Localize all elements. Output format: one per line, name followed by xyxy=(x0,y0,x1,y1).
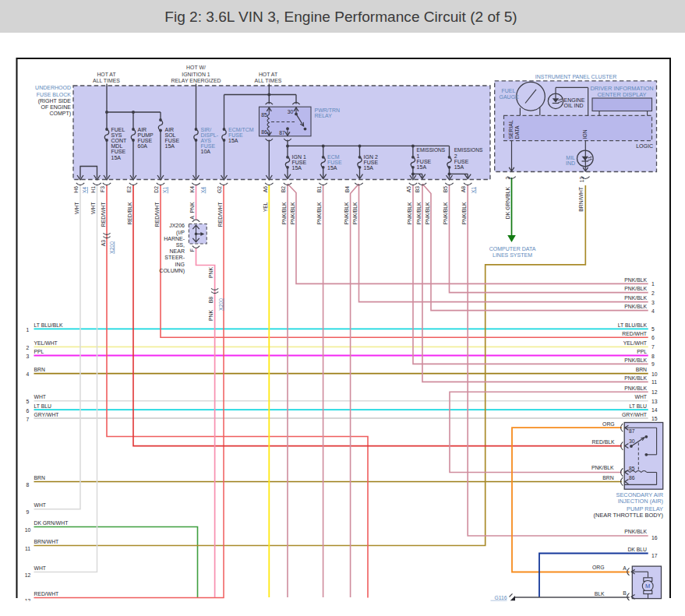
svg-text:12: 12 xyxy=(651,389,658,395)
svg-text:HARNE-: HARNE- xyxy=(164,236,185,241)
svg-text:4: 4 xyxy=(26,371,30,377)
svg-text:86: 86 xyxy=(261,129,267,135)
svg-text:BRN: BRN xyxy=(34,475,45,480)
svg-text:ENGINE: ENGINE xyxy=(564,97,585,103)
svg-text:DK GRN/WHT: DK GRN/WHT xyxy=(34,520,69,526)
svg-text:D2: D2 xyxy=(154,186,159,193)
svg-text:LINES SYSTEM: LINES SYSTEM xyxy=(493,252,532,258)
svg-text:FUSE: FUSE xyxy=(165,138,180,143)
svg-text:FUSE: FUSE xyxy=(417,159,432,164)
svg-text:H1: H1 xyxy=(90,186,96,193)
svg-text:A PNK: A PNK xyxy=(189,202,195,220)
svg-text:PNK/BLK: PNK/BLK xyxy=(425,202,430,224)
svg-text:RED/BLK: RED/BLK xyxy=(592,439,616,445)
svg-text:PNK/BLK: PNK/BLK xyxy=(624,385,647,391)
svg-text:FUEL: FUEL xyxy=(111,127,125,132)
svg-text:14: 14 xyxy=(651,407,658,413)
svg-text:10: 10 xyxy=(651,371,658,377)
svg-text:INSTRUMENT PANEL CLUSTER: INSTRUMENT PANEL CLUSTER xyxy=(535,74,617,79)
svg-text:11: 11 xyxy=(25,546,30,551)
svg-text:15A: 15A xyxy=(292,165,302,171)
svg-text:WHT: WHT xyxy=(34,394,46,400)
svg-text:87: 87 xyxy=(629,428,635,434)
svg-text:8: 8 xyxy=(26,482,30,488)
svg-text:HOT AT: HOT AT xyxy=(259,72,278,77)
svg-text:LT BLU: LT BLU xyxy=(630,403,648,409)
svg-text:FUSE: FUSE xyxy=(111,149,126,154)
svg-text:RED/WHT: RED/WHT xyxy=(622,331,647,336)
svg-text:B: B xyxy=(623,590,627,596)
svg-text:ECM: ECM xyxy=(327,154,340,160)
svg-text:6: 6 xyxy=(26,408,30,414)
svg-text:PUMP: PUMP xyxy=(138,132,154,138)
svg-text:ORG: ORG xyxy=(592,565,604,570)
svg-text:IGN 2: IGN 2 xyxy=(364,154,378,160)
svg-text:B5: B5 xyxy=(443,186,448,193)
svg-text:10A: 10A xyxy=(201,149,211,154)
svg-text:B3: B3 xyxy=(415,186,420,193)
svg-text:K4: K4 xyxy=(189,186,195,193)
svg-text:SOL: SOL xyxy=(165,132,176,138)
svg-text:PNK/BLK: PNK/BLK xyxy=(624,286,647,291)
svg-text:1: 1 xyxy=(651,281,655,287)
svg-text:7: 7 xyxy=(26,417,30,422)
svg-text:RED/WHT: RED/WHT xyxy=(154,202,160,227)
svg-text:G116: G116 xyxy=(494,595,507,600)
svg-text:PNK/BLK: PNK/BLK xyxy=(461,202,467,224)
svg-text:15A: 15A xyxy=(111,155,122,160)
svg-text:BRN: BRN xyxy=(34,367,45,372)
svg-text:OF ENGINE: OF ENGINE xyxy=(41,104,71,110)
svg-text:X4: X4 xyxy=(82,187,87,194)
svg-text:FUSE: FUSE xyxy=(292,160,307,165)
svg-text:5: 5 xyxy=(651,326,655,332)
svg-text:60A: 60A xyxy=(138,143,148,149)
svg-text:2: 2 xyxy=(651,290,655,296)
svg-text:3: 3 xyxy=(651,300,655,305)
svg-text:(RIGHT SIDE: (RIGHT SIDE xyxy=(38,98,72,104)
svg-text:X200: X200 xyxy=(218,298,224,311)
svg-text:B8: B8 xyxy=(208,297,214,304)
svg-text:13: 13 xyxy=(651,399,658,404)
svg-text:PNK/BLK: PNK/BLK xyxy=(624,529,647,534)
svg-text:FUSE: FUSE xyxy=(201,143,216,149)
svg-text:DK GRN/BLK: DK GRN/BLK xyxy=(505,187,510,220)
svg-text:YEL: YEL xyxy=(263,202,268,212)
svg-text:IND: IND xyxy=(566,160,575,166)
svg-text:PNK/BLK: PNK/BLK xyxy=(416,202,422,224)
svg-text:17: 17 xyxy=(651,553,658,558)
svg-text:M: M xyxy=(645,583,650,590)
svg-text:SIR/: SIR/ xyxy=(201,127,212,132)
svg-text:15A: 15A xyxy=(417,164,427,170)
svg-text:15A: 15A xyxy=(454,164,464,170)
svg-text:9: 9 xyxy=(651,361,655,367)
svg-text:A5: A5 xyxy=(406,186,411,193)
svg-text:15A: 15A xyxy=(165,143,175,149)
svg-text:YEL/WHT: YEL/WHT xyxy=(623,340,647,346)
svg-text:85: 85 xyxy=(261,112,267,118)
svg-text:RELAY ENERGIZED: RELAY ENERGIZED xyxy=(171,78,221,83)
svg-text:ING: ING xyxy=(175,262,185,267)
svg-text:GRY/WHT: GRY/WHT xyxy=(622,412,647,417)
svg-text:RED/WHT: RED/WHT xyxy=(34,591,59,597)
svg-text:RED/WHT: RED/WHT xyxy=(217,202,223,227)
svg-text:A8: A8 xyxy=(461,186,466,193)
svg-text:FUEL: FUEL xyxy=(502,88,516,93)
svg-text:CONT: CONT xyxy=(111,138,128,143)
svg-text:COLUMN): COLUMN) xyxy=(159,268,185,274)
svg-text:LT BLU: LT BLU xyxy=(34,403,52,409)
svg-text:X1: X1 xyxy=(471,187,476,194)
svg-text:1: 1 xyxy=(26,327,30,333)
svg-text:PNK/BLK: PNK/BLK xyxy=(316,202,322,224)
svg-text:IGN 1: IGN 1 xyxy=(292,154,306,160)
svg-text:WHT: WHT xyxy=(34,502,46,508)
svg-text:PNK/BLK: PNK/BLK xyxy=(624,277,647,283)
svg-text:PNK/BLK: PNK/BLK xyxy=(624,295,647,301)
svg-text:WHT: WHT xyxy=(635,394,647,400)
svg-text:PNK/BLK: PNK/BLK xyxy=(344,202,349,224)
svg-text:H6: H6 xyxy=(73,186,79,193)
svg-text:RED/WHT: RED/WHT xyxy=(101,202,106,227)
svg-text:5: 5 xyxy=(26,399,30,404)
svg-text:ALL TIMES: ALL TIMES xyxy=(255,78,282,83)
svg-text:1: 1 xyxy=(417,153,420,159)
svg-text:15A: 15A xyxy=(364,165,374,171)
